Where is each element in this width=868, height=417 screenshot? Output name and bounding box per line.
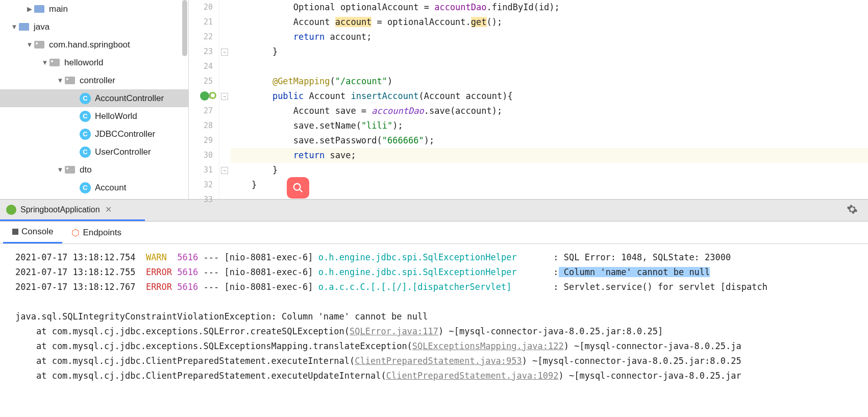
close-icon[interactable]: ✕ (105, 205, 112, 214)
code-line[interactable]: return save; (231, 148, 868, 163)
line-number: 23 (189, 44, 213, 59)
tree-label: main (49, 4, 68, 14)
folder-icon (34, 4, 45, 15)
tab-endpoints[interactable]: ⬡ Endpoints (62, 223, 131, 243)
tree-label: HelloWorld (95, 111, 137, 121)
stack-link[interactable]: SQLExceptionsMapping.java:122 (412, 341, 564, 351)
stack-line[interactable]: at com.mysql.cj.jdbc.ClientPreparedState… (15, 354, 868, 369)
line-number: 28 (189, 118, 213, 133)
code-editor[interactable]: 2021222324252627282930313233 −−− Optiona… (189, 0, 868, 199)
svg-point-0 (294, 184, 301, 190)
line-number: 20 (189, 0, 213, 15)
svg-line-1 (300, 189, 303, 192)
tree-label: Account (95, 183, 126, 193)
tree-label: java (34, 22, 49, 32)
log-line[interactable]: 2021-07-17 13:18:12.754 WARN 5616 --- [n… (15, 250, 868, 265)
tree-item-controller[interactable]: controller (0, 71, 188, 89)
expand-arrow-icon[interactable] (26, 41, 34, 48)
code-line[interactable]: return account; (231, 30, 868, 44)
tree-item-accountcontroller[interactable]: CAccountController (0, 89, 188, 107)
tree-item-main[interactable]: main (0, 0, 188, 18)
package-icon (64, 164, 76, 176)
line-number: 30 (189, 148, 213, 163)
line-number: 25 (189, 74, 213, 89)
code-line[interactable]: Optional optionalAccount = accountDao.fi… (231, 0, 868, 15)
tree-label: controller (80, 76, 115, 86)
code-line[interactable]: } (231, 178, 868, 192)
line-number: 27 (189, 104, 213, 118)
tree-item-helloworld[interactable]: helloworld (0, 54, 188, 71)
class-icon: C (80, 93, 91, 104)
expand-arrow-icon[interactable] (56, 166, 64, 174)
tree-item-helloworld[interactable]: CHelloWorld (0, 107, 188, 125)
package-icon (64, 75, 76, 86)
code-line[interactable]: @GetMapping("/account") (231, 74, 868, 89)
endpoints-icon: ⬡ (71, 227, 80, 238)
search-icon[interactable] (287, 177, 309, 199)
run-title: SpringbootApplication (20, 205, 100, 214)
tab-console[interactable]: Console (3, 223, 62, 243)
code-line[interactable] (231, 59, 868, 74)
tree-item-usercontroller[interactable]: CUserController (0, 143, 188, 161)
class-icon: C (80, 182, 91, 193)
line-number: 24 (189, 59, 213, 74)
stack-line[interactable]: at com.mysql.cj.jdbc.exceptions.SQLExcep… (15, 339, 868, 354)
tree-label: com.hand.springboot (49, 40, 130, 50)
fold-toggle-icon[interactable]: − (221, 167, 228, 174)
tree-item-com-hand-springboot[interactable]: com.hand.springboot (0, 36, 188, 54)
console-output[interactable]: 2021-07-17 13:18:12.754 WARN 5616 --- [n… (0, 244, 868, 417)
log-line[interactable]: 2021-07-17 13:18:12.767 ERROR 5616 --- [… (15, 280, 868, 295)
tree-item-role[interactable]: CRole (0, 197, 188, 199)
line-number: 29 (189, 133, 213, 148)
package-icon (49, 57, 60, 68)
stack-link[interactable]: ClientPreparedStatement.java:1092 (386, 371, 559, 381)
fold-toggle-icon[interactable]: − (221, 93, 228, 100)
tree-scrollbar[interactable] (182, 0, 187, 56)
log-line[interactable]: 2021-07-17 13:18:12.755 ERROR 5616 --- [… (15, 265, 868, 280)
tree-label: AccountController (95, 93, 164, 104)
code-line[interactable] (231, 192, 868, 207)
code-line[interactable]: } (231, 44, 868, 59)
run-gutter-icon[interactable] (200, 91, 209, 101)
folder-icon (18, 21, 30, 33)
stack-link[interactable]: SQLError.java:117 (350, 326, 438, 336)
line-number: 22 (189, 30, 213, 44)
tree-item-jdbccontroller[interactable]: CJDBCController (0, 125, 188, 143)
stack-line[interactable]: at com.mysql.cj.jdbc.ClientPreparedState… (15, 369, 868, 383)
tree-label: helloworld (64, 58, 104, 68)
expand-arrow-icon[interactable] (41, 59, 49, 66)
expand-arrow-icon[interactable] (10, 23, 18, 31)
line-number: 31 (189, 163, 213, 178)
project-tree[interactable]: mainjavacom.hand.springboothelloworldcon… (0, 0, 189, 199)
code-area[interactable]: Optional optionalAccount = accountDao.fi… (231, 0, 868, 199)
code-line[interactable]: save.setName("lili"); (231, 118, 868, 133)
stack-line[interactable]: at com.mysql.cj.jdbc.exceptions.SQLError… (15, 324, 868, 339)
expand-arrow-icon[interactable] (56, 77, 64, 84)
stack-link[interactable]: ClientPreparedStatement.java:953 (355, 356, 522, 366)
exception-line[interactable]: java.sql.SQLIntegrityConstraintViolation… (15, 309, 868, 324)
console-tabs: Console ⬡ Endpoints (0, 222, 868, 244)
expand-arrow-icon[interactable] (26, 5, 34, 13)
tree-label: JDBCController (95, 129, 155, 139)
code-line[interactable]: } (231, 163, 868, 178)
class-icon: C (80, 111, 91, 122)
tree-label: dto (80, 165, 92, 175)
package-icon (34, 39, 45, 51)
run-gutter-icon2[interactable] (209, 92, 216, 99)
code-line[interactable]: Account account = optionalAccount.get(); (231, 15, 868, 30)
tree-item-dto[interactable]: dto (0, 161, 188, 179)
line-number: 32 (189, 178, 213, 192)
class-icon: C (80, 129, 91, 140)
spring-icon (6, 205, 16, 215)
tree-item-account[interactable]: CAccount (0, 179, 188, 197)
tree-item-java[interactable]: java (0, 18, 188, 36)
fold-toggle-icon[interactable]: − (221, 48, 228, 56)
fold-column[interactable]: −−− (219, 0, 231, 199)
run-tab[interactable]: SpringbootApplication ✕ (0, 200, 145, 221)
tree-label: UserController (95, 147, 151, 157)
class-icon: C (80, 146, 91, 158)
code-line[interactable]: Account save = accountDao.save(account); (231, 104, 868, 118)
code-line[interactable]: public Account insertAccount(Account acc… (231, 89, 868, 104)
code-line[interactable]: save.setPassword("666666"); (231, 133, 868, 148)
console-icon (12, 229, 18, 235)
